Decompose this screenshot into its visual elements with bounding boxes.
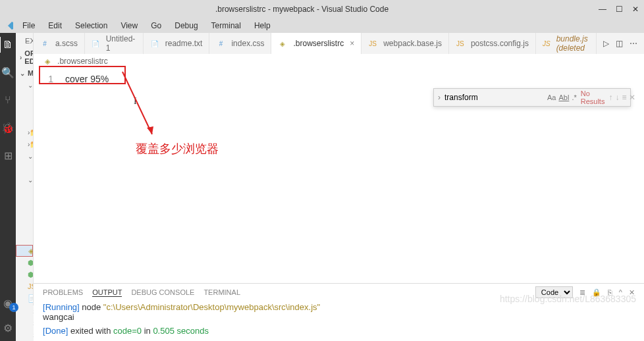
tree-item[interactable]: #index.css (16, 221, 34, 233)
tab-label: .browserslistrc (293, 39, 344, 48)
tree-item[interactable]: JSpostcss.config.js (16, 280, 33, 292)
find-in-selection-icon[interactable]: ≡ (622, 93, 626, 102)
find-results: No Results (581, 90, 605, 105)
tab-label: webpack.base.js (383, 39, 442, 48)
tree-item[interactable]: ⌄📂public (16, 150, 33, 162)
file-icon: ⬢ (28, 258, 34, 267)
minimize-icon[interactable]: — (599, 5, 606, 14)
menubar: File Edit Selection View Go Debug Termin… (0, 18, 644, 33)
extensions-icon[interactable]: ⊞ (0, 147, 16, 163)
file-icon: JS (456, 39, 465, 48)
tree-item[interactable]: ⌄📂src (16, 174, 33, 186)
close-icon[interactable]: ✕ (632, 5, 639, 14)
window-controls: — ☐ ✕ (599, 5, 639, 14)
menu-selection[interactable]: Selection (70, 20, 113, 32)
tree-item[interactable]: JSwebpack.dev.js (16, 103, 34, 115)
close-tab-icon[interactable]: × (350, 39, 354, 48)
prev-match-icon[interactable]: ↑ (608, 93, 612, 102)
regex-icon[interactable]: .* (572, 93, 576, 101)
menu-file[interactable]: File (17, 20, 40, 32)
file-icon: 📄 (28, 294, 34, 303)
tree-item[interactable]: <>index.html (16, 162, 34, 174)
find-widget: › Aa Abl .* No Results ↑ ↓ ≡ ✕ (433, 88, 631, 107)
file-icon: # (40, 39, 49, 48)
editor-tab[interactable]: 📄readme.txt (144, 33, 210, 54)
annotation-text: 覆盖多少浏览器 (136, 141, 219, 157)
tree-item[interactable]: JSwebpack.base.js (16, 91, 34, 103)
maximize-icon[interactable]: ☐ (616, 5, 623, 14)
tree-item[interactable]: #a.scss (16, 209, 34, 221)
match-case-icon[interactable]: Aa (547, 93, 556, 101)
tree-item[interactable]: ⬢package.json (16, 269, 33, 280)
svg-line-0 (122, 72, 152, 134)
annotation-arrow (119, 68, 159, 141)
tree-item[interactable]: JSwebpack.prod.js (16, 115, 34, 126)
next-match-icon[interactable]: ↓ (615, 93, 619, 102)
file-icon: ⬢ (28, 270, 34, 279)
menu-go[interactable]: Go (146, 20, 167, 32)
tab-label: index.css (231, 39, 264, 48)
editor-tab[interactable]: #index.css (209, 33, 271, 54)
svg-marker-1 (147, 126, 153, 134)
file-icon: 📄 (150, 39, 159, 48)
file-icon: JS (28, 282, 34, 291)
editor-tab[interactable]: ◈.browserslistrc× (271, 33, 362, 54)
file-icon: # (216, 39, 225, 48)
tree-item[interactable]: JSindex.js (16, 233, 34, 245)
file-icon: JS (543, 39, 550, 48)
source-control-icon[interactable]: ⑂ (0, 92, 16, 108)
file-icon: ◈ (43, 57, 52, 66)
menu-debug[interactable]: Debug (169, 20, 203, 32)
editor-tab[interactable]: 📄Untitled-1 (85, 33, 144, 54)
sidebar: EXPLORER ›OPEN EDITORS ⌄MYWEBPACK ⌄📂buil… (16, 33, 34, 341)
debug-icon[interactable]: 🐞 (0, 120, 16, 136)
tree-item[interactable]: ⌄📂build (16, 79, 33, 91)
tree-item[interactable]: ›📁dist (16, 126, 33, 138)
find-input[interactable] (444, 93, 543, 102)
tree-item[interactable]: ›📁node_modules (16, 138, 33, 150)
file-icon: ◈ (278, 39, 287, 48)
watermark: https://blog.csdn.net/L863683305 (500, 294, 636, 304)
close-find-icon[interactable]: ✕ (629, 93, 635, 102)
annotation-box (39, 66, 126, 84)
accounts-icon[interactable]: ◉1 (0, 295, 16, 311)
tab-problems[interactable]: PROBLEMS (43, 288, 83, 296)
code-editor[interactable]: 1 cover 95% I 覆盖多少浏览器 › Aa Abl .* No Res… (34, 68, 644, 283)
tree-item[interactable]: JSa-module.js (16, 186, 34, 197)
file-icon: JS (368, 39, 377, 48)
menu-edit[interactable]: Edit (43, 20, 67, 32)
open-editors-section[interactable]: ›OPEN EDITORS (16, 47, 33, 67)
tab-debug-console[interactable]: DEBUG CONSOLE (131, 288, 194, 296)
search-icon[interactable]: 🔍 (0, 65, 16, 80)
settings-icon[interactable]: ⚙ (0, 320, 16, 336)
editor-area: #a.scss📄Untitled-1📄readme.txt#index.css◈… (34, 33, 644, 341)
vscode-icon (4, 20, 14, 31)
tree-item[interactable]: #a.css (16, 197, 34, 209)
editor-tab[interactable]: JSpostcss.config.js (449, 33, 536, 54)
run-icon[interactable]: ▷ (603, 39, 609, 48)
menu-help[interactable]: Help (249, 20, 276, 32)
more-actions-icon[interactable]: ⋯ (630, 39, 637, 48)
tab-label: bundle.js (deleted (556, 34, 589, 53)
menu-terminal[interactable]: Terminal (206, 20, 246, 32)
tab-output[interactable]: OUTPUT (92, 288, 122, 297)
menu-view[interactable]: View (115, 20, 143, 32)
editor-tab[interactable]: JSbundle.js (deleted (536, 33, 597, 54)
explorer-title: EXPLORER (16, 33, 34, 47)
tab-label: Untitled-1 (106, 34, 136, 53)
split-editor-icon[interactable]: ◫ (616, 39, 623, 48)
expand-replace-icon[interactable]: › (438, 93, 441, 102)
tree-item[interactable]: 📄readme.txt (16, 292, 33, 304)
explorer-icon[interactable]: 🗎 (0, 37, 15, 53)
project-section[interactable]: ⌄MYWEBPACK (16, 67, 33, 79)
editor-tab[interactable]: JSwebpack.base.js (362, 33, 449, 54)
tab-label: readme.txt (165, 39, 203, 48)
whole-word-icon[interactable]: Abl (558, 93, 569, 101)
tab-terminal[interactable]: TERMINAL (203, 288, 240, 296)
tree-item[interactable]: ⬢package-lock.json (16, 257, 33, 269)
tab-label: postcss.config.js (471, 39, 529, 48)
output-content[interactable]: [Running] node "c:\Users\Administrator\D… (34, 301, 644, 341)
editor-tab[interactable]: #a.scss (34, 33, 85, 54)
window-title: .browserslistrc - mywebpack - Visual Stu… (5, 5, 599, 14)
tree-item[interactable]: ◈.browserslistrc (16, 245, 33, 257)
